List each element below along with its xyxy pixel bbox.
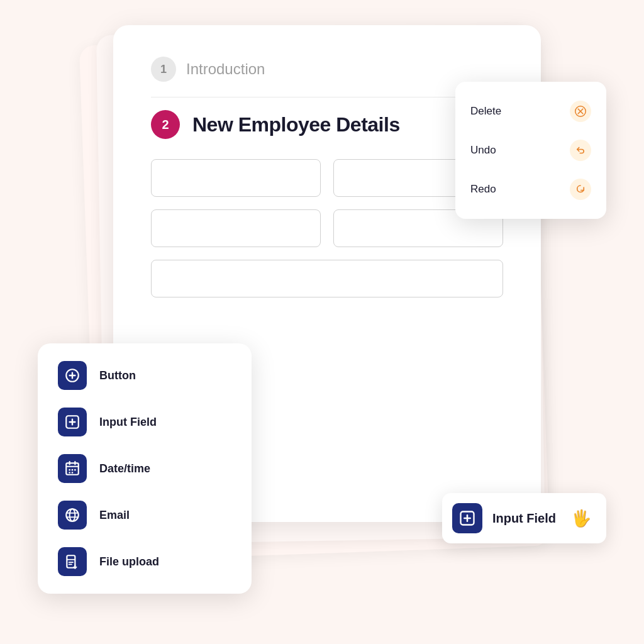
svg-point-16 (69, 472, 70, 474)
redo-label: Redo (470, 183, 496, 196)
form-field-5[interactable] (151, 260, 503, 297)
svg-point-18 (66, 509, 79, 521)
drag-chip[interactable]: Input Field 🖐 (442, 493, 606, 543)
drag-chip-icon (452, 503, 482, 533)
step-1-title: Introduction (186, 60, 265, 78)
undo-icon (570, 140, 591, 161)
sidebar-datetime-label: Date/time (99, 462, 150, 475)
form-field-1[interactable] (151, 159, 321, 197)
delete-svg (575, 106, 586, 117)
context-menu-undo[interactable]: Undo (455, 131, 606, 170)
svg-point-14 (72, 469, 74, 471)
globe-icon (58, 501, 87, 530)
sidebar-item-datetime[interactable]: Date/time (58, 454, 231, 483)
step-divider (151, 97, 503, 97)
context-menu-redo[interactable]: Redo (455, 170, 606, 209)
plus-circle-icon (58, 361, 87, 390)
redo-svg (575, 184, 586, 195)
undo-svg (575, 145, 586, 156)
sidebar-item-file-upload[interactable]: File upload (58, 547, 231, 576)
svg-point-13 (69, 469, 70, 471)
form-field-3[interactable] (151, 209, 321, 247)
sidebar-button-label: Button (99, 369, 136, 382)
sidebar-item-input-field[interactable]: Input Field (58, 408, 231, 436)
sidebar-email-label: Email (99, 509, 130, 522)
form-row-2 (151, 209, 503, 247)
sidebar-item-button[interactable]: Button (58, 361, 231, 390)
context-menu-delete[interactable]: Delete (455, 92, 606, 131)
undo-label: Undo (470, 144, 496, 157)
delete-icon (570, 101, 591, 122)
calendar-icon (58, 454, 87, 483)
svg-point-19 (70, 509, 75, 521)
step-2-row: 2 New Employee Details (151, 110, 503, 139)
svg-point-15 (74, 469, 76, 471)
svg-point-17 (72, 472, 74, 474)
drag-chip-label: Input Field (492, 511, 556, 526)
sidebar-input-field-label: Input Field (99, 416, 157, 429)
drag-hand-icon: 🖐 (571, 509, 591, 528)
svg-rect-22 (67, 555, 75, 568)
delete-label: Delete (470, 105, 501, 118)
step-2-title: New Employee Details (192, 113, 400, 136)
context-menu: Delete Undo Redo (455, 82, 606, 219)
step-2-badge: 2 (151, 110, 180, 139)
sidebar-panel: Button Input Field (38, 343, 252, 594)
form-row-1 (151, 159, 503, 197)
step-1-row: 1 Introduction (151, 57, 503, 82)
file-upload-icon (58, 547, 87, 576)
square-plus-icon (58, 408, 87, 436)
sidebar-file-upload-label: File upload (99, 555, 159, 569)
redo-icon (570, 179, 591, 200)
sidebar-item-email[interactable]: Email (58, 501, 231, 530)
step-1-badge: 1 (151, 57, 176, 82)
